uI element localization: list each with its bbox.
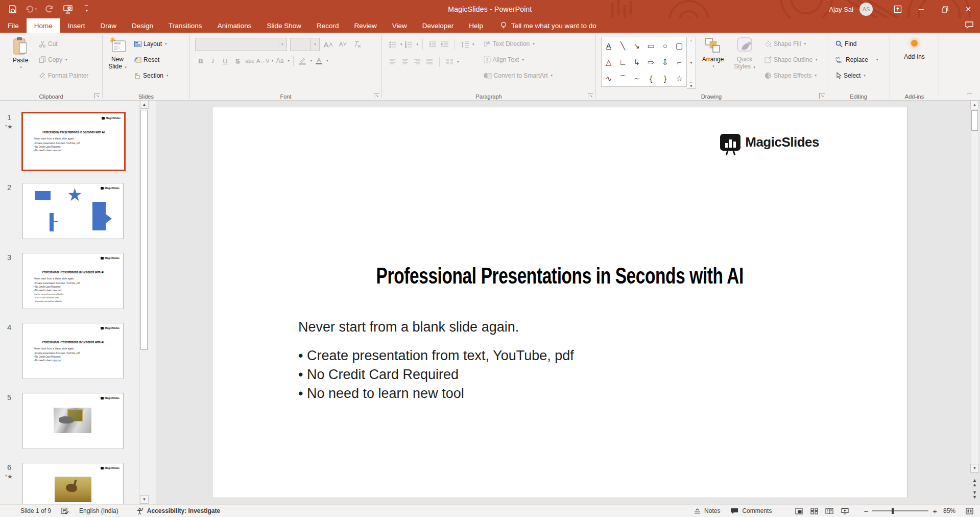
copy-button[interactable]: Copy ▾ bbox=[37, 54, 90, 66]
tab-transitions[interactable]: Transitions bbox=[161, 18, 210, 33]
shape-effects-button[interactable]: Shape Effects▾ bbox=[762, 69, 820, 82]
thumbnail-scroll-down-icon[interactable]: ▼ bbox=[140, 495, 149, 504]
tab-help[interactable]: Help bbox=[461, 18, 491, 33]
layout-button[interactable]: Layout▾ bbox=[132, 38, 171, 50]
columns-button[interactable] bbox=[444, 56, 455, 67]
curve-icon[interactable]: ∼ bbox=[634, 75, 640, 82]
increase-font-size-button[interactable]: A˄ bbox=[323, 39, 334, 50]
text-box-icon[interactable]: A̲ bbox=[606, 42, 611, 50]
thumbnail-scroll-thumb[interactable] bbox=[140, 110, 148, 350]
slide-2-thumbnail[interactable]: MagicSlides★ bbox=[22, 183, 124, 239]
reset-button[interactable]: Reset bbox=[132, 54, 171, 66]
normal-view-button[interactable] bbox=[791, 505, 806, 517]
decrease-font-size-button[interactable]: A˅ bbox=[337, 39, 348, 50]
slide-3-thumbnail[interactable]: MagicSlidesProfessional Presentations in… bbox=[22, 253, 124, 309]
zoom-in-button[interactable]: + bbox=[933, 507, 937, 515]
align-center-button[interactable] bbox=[399, 56, 411, 67]
paragraph-dialog-launcher-icon[interactable]: ↘ bbox=[588, 93, 593, 99]
underline-button[interactable]: U bbox=[220, 55, 231, 66]
oval-icon[interactable]: ○ bbox=[663, 42, 667, 50]
account-user-name[interactable]: Ajay Sai bbox=[829, 6, 853, 13]
slide-6-thumbnail[interactable]: MagicSlides bbox=[22, 463, 124, 505]
canvas-scroll-up-icon[interactable]: ▲ bbox=[970, 101, 979, 109]
shape-gallery-scrollbar[interactable]: ▲ ▼ ▔▼ bbox=[687, 37, 696, 89]
slide-4-thumbnail[interactable]: MagicSlidesProfessional Presentations in… bbox=[22, 323, 124, 379]
notes-toggle[interactable]: Notes bbox=[689, 505, 725, 517]
decrease-indent-button[interactable] bbox=[427, 39, 438, 50]
zoom-slider-thumb[interactable] bbox=[892, 508, 894, 514]
triangle-icon[interactable]: △ bbox=[606, 58, 612, 66]
align-text-button[interactable]: Align Text▾ bbox=[482, 54, 555, 66]
tab-draw[interactable]: Draw bbox=[93, 18, 125, 33]
canvas-scroll-down-icon[interactable]: ▼ bbox=[970, 464, 979, 473]
down-arrow-icon[interactable]: ⇩ bbox=[662, 58, 668, 66]
italic-button[interactable]: I bbox=[207, 55, 219, 66]
fit-slide-to-window-icon[interactable] bbox=[962, 505, 977, 517]
accessibility-checker[interactable]: Accessibility: Investigate bbox=[131, 505, 225, 517]
language-indicator[interactable]: English (India) bbox=[74, 505, 124, 517]
character-spacing-button[interactable]: A↔V bbox=[256, 55, 270, 66]
account-avatar[interactable]: AS bbox=[859, 3, 873, 16]
zoom-slider[interactable] bbox=[872, 510, 928, 511]
ribbon-display-options-icon[interactable] bbox=[886, 0, 910, 18]
rounded-rectangle-icon[interactable]: ▢ bbox=[676, 42, 683, 50]
text-direction-button[interactable]: A Text Direction▾ bbox=[482, 38, 555, 50]
clipboard-dialog-launcher-icon[interactable]: ↘ bbox=[94, 93, 100, 99]
restore-button[interactable] bbox=[933, 0, 957, 18]
slide-lead-text[interactable]: Never start from a blank slide again. bbox=[298, 319, 519, 335]
paste-button[interactable]: Paste ▾ bbox=[4, 33, 37, 88]
strikethrough-button[interactable]: abc bbox=[244, 55, 255, 66]
collapse-ribbon-icon[interactable]: ︿ bbox=[967, 88, 973, 97]
right-brace-icon[interactable]: } bbox=[664, 75, 666, 82]
gallery-down-icon[interactable]: ▼ bbox=[689, 61, 693, 64]
thumbnail-scrollbar[interactable]: ▲ ▼ bbox=[139, 100, 149, 505]
tab-animations[interactable]: Animations bbox=[210, 18, 259, 33]
increase-indent-button[interactable] bbox=[439, 39, 450, 50]
tab-insert[interactable]: Insert bbox=[60, 18, 93, 33]
align-right-button[interactable] bbox=[412, 56, 423, 67]
line-arrow-icon[interactable]: ↘ bbox=[634, 42, 640, 50]
font-dialog-launcher-icon[interactable]: ↘ bbox=[374, 93, 379, 99]
tell-me-box[interactable]: Tell me what you want to do bbox=[500, 18, 596, 33]
convert-to-smartart-button[interactable]: Convert to SmartArt▾ bbox=[482, 69, 555, 82]
arrange-button[interactable]: Arrange ▾ bbox=[696, 33, 730, 88]
font-size-combobox[interactable]: ▾ bbox=[290, 38, 320, 51]
slide-bullet-list[interactable]: • Create presentation from text, YouTube… bbox=[298, 346, 574, 403]
shape-fill-button[interactable]: Shape Fill▾ bbox=[762, 38, 820, 50]
tab-view[interactable]: View bbox=[385, 18, 415, 33]
slide-sorter-view-button[interactable] bbox=[806, 505, 822, 517]
drawing-dialog-launcher-icon[interactable]: ↘ bbox=[819, 93, 825, 99]
new-slide-button[interactable]: New Slide ▾ bbox=[103, 33, 132, 88]
select-button[interactable]: Select▾ bbox=[833, 69, 890, 82]
previous-slide-button[interactable]: ▲▲ bbox=[971, 478, 978, 487]
next-slide-button[interactable]: ▼▼ bbox=[971, 490, 978, 500]
clear-formatting-button[interactable] bbox=[351, 39, 363, 50]
bold-button[interactable]: B bbox=[195, 55, 206, 66]
comments-toggle[interactable]: Comments bbox=[725, 505, 777, 517]
left-brace-icon[interactable]: { bbox=[650, 75, 652, 82]
find-button[interactable]: Find bbox=[833, 38, 890, 50]
shape-outline-button[interactable]: Shape Outline▾ bbox=[762, 54, 820, 66]
right-arrow-icon[interactable]: ⇨ bbox=[648, 58, 655, 66]
canvas-vertical-scrollbar[interactable]: ▲ ▼ ▲▲ ▼▼ bbox=[970, 100, 979, 505]
star-icon[interactable]: ☆ bbox=[676, 75, 682, 82]
reading-view-button[interactable] bbox=[822, 505, 837, 517]
freeform-icon[interactable]: ⌐ bbox=[677, 58, 682, 66]
share-comment-icon[interactable] bbox=[965, 21, 974, 31]
elbow-connector-icon[interactable]: ∟ bbox=[619, 58, 627, 66]
text-shadow-button[interactable]: S bbox=[232, 55, 243, 66]
tab-slide-show[interactable]: Slide Show bbox=[259, 18, 309, 33]
slideshow-view-button[interactable] bbox=[837, 505, 852, 517]
slide-5-thumbnail[interactable]: MagicSlides bbox=[22, 393, 124, 449]
zoom-out-button[interactable]: − bbox=[864, 507, 868, 515]
highlight-color-button[interactable] bbox=[297, 55, 308, 66]
gallery-more-icon[interactable]: ▔▼ bbox=[689, 83, 693, 87]
scribble-icon[interactable]: ∿ bbox=[606, 75, 612, 82]
gallery-up-icon[interactable]: ▲ bbox=[689, 38, 693, 42]
slide-editor-canvas[interactable]: MagicSlides Professional Presentations i… bbox=[156, 100, 980, 505]
rectangle-icon[interactable]: ▭ bbox=[648, 42, 655, 50]
shape-gallery[interactable]: A̲╲↘▭○▢△∟↳⇨⇩⌐∿⌒∼{}☆ bbox=[601, 37, 687, 87]
tab-record[interactable]: Record bbox=[309, 18, 347, 33]
minimize-button[interactable]: ─ bbox=[910, 0, 933, 18]
change-case-button[interactable]: Aa bbox=[274, 55, 285, 66]
